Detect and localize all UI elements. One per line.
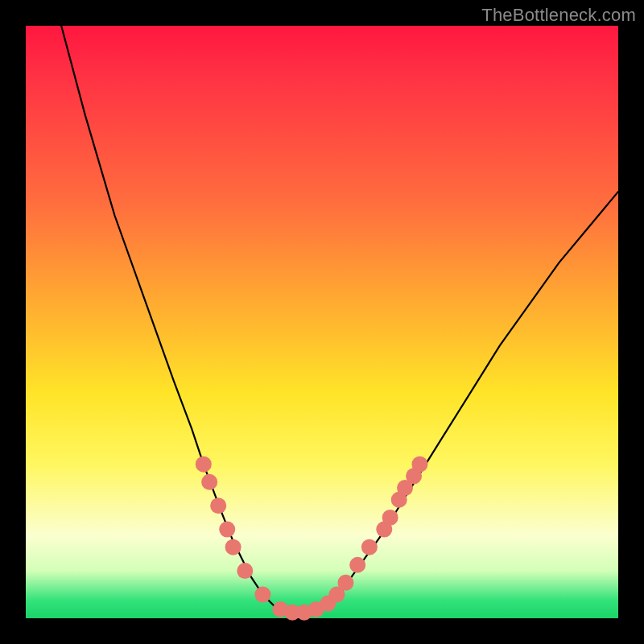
marker-dot bbox=[382, 510, 398, 526]
marker-dot bbox=[210, 497, 226, 514]
marker-dot bbox=[337, 575, 353, 591]
marker-dot bbox=[411, 456, 427, 473]
marker-dot bbox=[219, 522, 235, 538]
marker-dot bbox=[201, 474, 217, 490]
marker-dot bbox=[196, 456, 212, 473]
bottleneck-curve bbox=[61, 26, 618, 613]
marker-dot bbox=[361, 539, 378, 555]
marker-dot bbox=[349, 557, 365, 573]
watermark-text: TheBottleneck.com bbox=[481, 5, 636, 26]
chart-frame: TheBottleneck.com bbox=[0, 0, 644, 644]
marker-dot bbox=[225, 539, 242, 555]
marker-dot bbox=[254, 587, 270, 603]
sample-markers bbox=[196, 456, 428, 621]
chart-svg bbox=[26, 26, 618, 618]
plot-area bbox=[26, 26, 618, 618]
marker-dot bbox=[237, 563, 253, 579]
